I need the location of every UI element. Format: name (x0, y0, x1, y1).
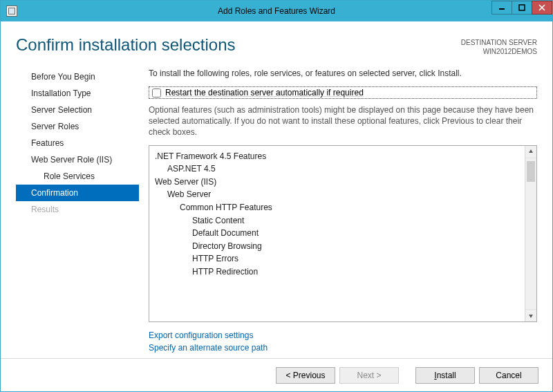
close-button[interactable] (532, 1, 552, 15)
maximize-button[interactable] (512, 1, 532, 15)
cancel-button[interactable]: Cancel (479, 367, 538, 384)
destination-name: WIN2012DEMOS (461, 47, 537, 56)
main-panel: To install the following roles, role ser… (139, 68, 537, 358)
feature-item: Web Server (155, 188, 519, 201)
minimize-button[interactable] (491, 1, 512, 15)
wizard-step[interactable]: Server Selection (16, 102, 139, 118)
feature-item: HTTP Redirection (155, 265, 519, 279)
feature-item: .NET Framework 4.5 Features (155, 150, 519, 163)
wizard-step[interactable]: Before You Begin (16, 68, 139, 85)
window-title: Add Roles and Features Wizard (1, 6, 552, 16)
window-controls (492, 1, 552, 15)
page-header: Confirm installation selections DESTINAT… (16, 35, 537, 56)
restart-label[interactable]: Restart the destination server automatic… (165, 88, 364, 97)
app-icon (6, 6, 17, 17)
feature-item: Static Content (155, 214, 519, 227)
scroll-down-icon[interactable] (525, 310, 536, 321)
feature-item: Default Document (155, 227, 519, 240)
wizard-step[interactable]: Role Services (16, 168, 139, 185)
scrollbar[interactable] (525, 146, 536, 321)
scroll-thumb[interactable] (527, 161, 535, 182)
page-title: Confirm installation selections (16, 35, 235, 55)
restart-checkbox[interactable] (152, 88, 161, 97)
wizard-step[interactable]: Features (16, 135, 139, 151)
install-button[interactable]: Install (415, 367, 475, 384)
restart-option[interactable]: Restart the destination server automatic… (149, 86, 537, 99)
features-listbox: .NET Framework 4.5 FeaturesASP.NET 4.5We… (149, 145, 537, 322)
feature-item: ASP.NET 4.5 (155, 162, 519, 176)
destination-server: DESTINATION SERVER WIN2012DEMOS (461, 38, 537, 56)
wizard-step: Results (16, 201, 139, 218)
features-items: .NET Framework 4.5 FeaturesASP.NET 4.5We… (149, 146, 525, 321)
export-settings-link[interactable]: Export configuration settings (149, 329, 537, 342)
svg-rect-1 (519, 5, 525, 10)
scroll-track[interactable] (525, 158, 536, 310)
next-button[interactable]: Next > (339, 367, 399, 384)
intro-text: To install the following roles, role ser… (149, 68, 537, 78)
destination-label: DESTINATION SERVER (461, 38, 537, 47)
svg-marker-5 (529, 315, 533, 318)
feature-item: HTTP Errors (155, 252, 519, 265)
wizard-step[interactable]: Server Roles (16, 118, 139, 135)
scroll-up-icon[interactable] (525, 146, 536, 158)
action-links: Export configuration settings Specify an… (149, 329, 537, 354)
alternate-source-link[interactable]: Specify an alternate source path (149, 342, 537, 354)
wizard-step[interactable]: Confirmation (16, 185, 139, 201)
feature-item: Web Server (IIS) (155, 176, 519, 189)
wizard-step[interactable]: Installation Type (16, 85, 139, 102)
previous-button[interactable]: < Previous (276, 367, 335, 384)
titlebar: Add Roles and Features Wizard (1, 1, 552, 21)
feature-item: Directory Browsing (155, 240, 519, 253)
wizard-step[interactable]: Web Server Role (IIS) (16, 151, 139, 168)
optional-features-note: Optional features (such as administratio… (149, 104, 537, 138)
svg-marker-4 (529, 149, 533, 153)
feature-item: Common HTTP Features (155, 201, 519, 214)
wizard-footer: < Previous Next > Install Cancel (1, 358, 552, 391)
wizard-steps: Before You BeginInstallation TypeServer … (16, 68, 139, 358)
